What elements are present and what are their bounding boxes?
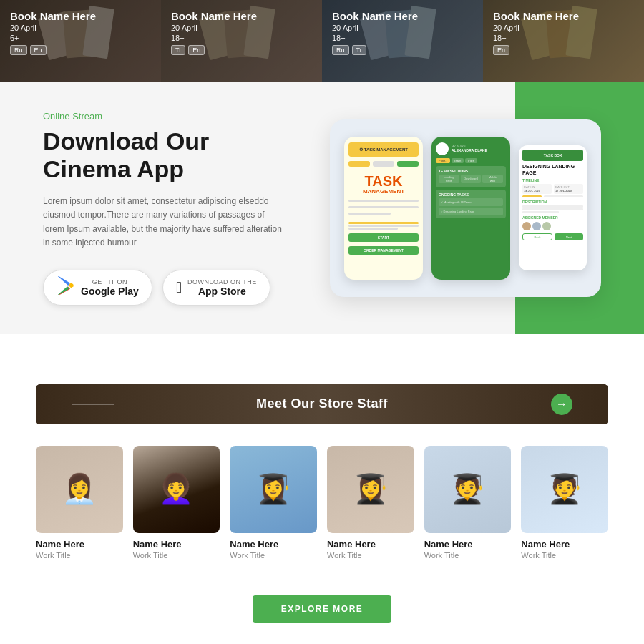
staff-card-2: 👩‍🦱Name HereWork Title [133, 446, 220, 560]
apple-icon:  [176, 278, 182, 297]
google-play-icon [57, 276, 75, 299]
book-title-3: Book Name Here [332, 10, 473, 22]
staff-photo-4: 👩‍🎓 [327, 446, 414, 533]
book-tag-En: En [30, 45, 47, 55]
cinema-left: Online Stream Download Our Cinema App Lo… [43, 111, 330, 306]
staff-title-5: Work Title [424, 551, 512, 560]
book-age-3: 18+ [332, 34, 473, 42]
staff-banner-arrow[interactable]: → [551, 394, 572, 415]
phone-g-cell3: MobileApp [482, 175, 503, 183]
staff-photo-inner-4: 👩‍🎓 [327, 446, 414, 533]
phone-g-cell2: Dashboard [461, 175, 482, 183]
book-tag-Ru: Ru [332, 45, 349, 55]
staff-card-5: 🧑‍🎓Name HereWork Title [424, 446, 512, 560]
phone-w-av1 [522, 222, 531, 230]
book-date-4: 20 April [493, 24, 634, 32]
staff-name-2: Name Here [133, 539, 220, 550]
phone-w-av2 [532, 222, 541, 230]
phone-g-avatar [436, 142, 449, 155]
phone-g-task2: ○ Designing Landing Page [441, 210, 501, 213]
phone-g-card: TEAM SECTIONS LandingPage Dashboard Mobi… [436, 166, 506, 187]
book-card-2[interactable]: Book Name Here20 April18+TrEn [161, 0, 322, 82]
phone-view-btn: ORDER MANAGEMENT [348, 246, 419, 255]
staff-photo-3: 👩‍🎓 [230, 446, 317, 533]
phone-y-btn: START [348, 233, 419, 242]
book-age-1: 6+ [10, 34, 151, 42]
phone-g-card2: ONGOING TASKS ✓ Meeting with UI Team ○ D… [436, 190, 506, 218]
staff-banner-line [72, 404, 114, 405]
book-card-4[interactable]: Book Name Here20 April18+En [483, 0, 644, 82]
google-play-name: Google Play [81, 286, 139, 298]
book-tag-Tr: Tr [171, 45, 185, 55]
phone-w-section3: ASSIGNED MEMBER [522, 215, 583, 220]
phone-w-avatars [522, 222, 583, 230]
phone-line3 [348, 213, 391, 215]
phone-w-next-btn: Next [555, 233, 583, 240]
staff-banner: Meet Our Store Staff → [36, 384, 608, 424]
phone-g-top: MY TASKS ALEXANDRA BLAKE [436, 142, 506, 155]
book-cards-section: Book Name Here20 April6+RuEnBook Name He… [0, 0, 644, 82]
phone-w-av3 [542, 222, 551, 230]
cinema-section: Online Stream Download Our Cinema App Lo… [0, 82, 644, 334]
phone-line1 [348, 200, 419, 202]
staff-photo-inner-2: 👩‍🦱 [133, 446, 220, 533]
staff-section: Meet Our Store Staff → 👩‍💼Name HereWork … [0, 356, 644, 581]
explore-more-button[interactable]: EXPLORE MORE [253, 595, 392, 623]
staff-grid: 👩‍💼Name HereWork Title👩‍🦱Name HereWork T… [36, 446, 608, 560]
phone-line2 [348, 206, 419, 208]
phone-y-header: ⚙ TASK MANAGEMENT [348, 142, 419, 157]
book-age-2: 18+ [171, 34, 312, 42]
app-store-sub: DOWNLOAD ON THE [187, 278, 257, 286]
app-store-text: DOWNLOAD ON THE App Store [187, 278, 257, 298]
book-tags-2: TrEn [171, 45, 312, 55]
book-card-3[interactable]: Book Name Here20 April18+RuTr [322, 0, 483, 82]
staff-photo-6: 🧑‍🎓 [521, 446, 608, 533]
phone-g-tab-3: Files [465, 158, 477, 163]
book-content-1: Book Name Here20 April6+RuEn [10, 10, 151, 55]
book-content-4: Book Name Here20 April18+En [493, 10, 634, 55]
cinema-description: Lorem ipsum dolor sit amet, consectetur … [43, 195, 286, 250]
google-play-button[interactable]: GET IT ON Google Play [43, 270, 152, 306]
phone-w-dates: DATE IN 14 JUL 2020 DATE OUT 17 JUL 2020 [522, 184, 583, 194]
book-title-4: Book Name Here [493, 10, 634, 22]
staff-name-6: Name Here [521, 539, 608, 550]
book-tags-1: RuEn [10, 45, 151, 55]
phone-g-row1: LandingPage Dashboard MobileApp [439, 175, 503, 183]
staff-title-4: Work Title [327, 551, 414, 560]
phone-mockup-container: ⚙ TASK MANAGEMENT TASK MANAGEMENT [330, 119, 601, 297]
phone-green: MY TASKS ALEXANDRA BLAKE Proje.. Team Fi… [431, 137, 510, 280]
staff-card-3: 👩‍🎓Name HereWork Title [230, 446, 317, 560]
book-tags-3: RuTr [332, 45, 473, 55]
google-play-sub: GET IT ON [81, 278, 139, 286]
phone-g-cell1: LandingPage [439, 175, 459, 183]
phone-w-back-btn: Back [522, 233, 552, 240]
phone-mgmt-label: MANAGEMENT [348, 188, 419, 195]
book-card-1[interactable]: Book Name Here20 April6+RuEn [0, 0, 161, 82]
phone-white: TASK BOX DESIGNING LANDING PAGE TIMELINE… [519, 145, 587, 270]
book-tag-En: En [188, 45, 205, 55]
staff-name-5: Name Here [424, 539, 512, 550]
phone-g-name: ALEXANDRA BLAKE [452, 148, 487, 152]
staff-card-1: 👩‍💼Name HereWork Title [36, 446, 123, 560]
staff-card-4: 👩‍🎓Name HereWork Title [327, 446, 414, 560]
google-play-text: GET IT ON Google Play [81, 278, 139, 298]
phone-w-section2: DESCRIPTION [522, 200, 583, 204]
phone-w-header: TASK BOX [522, 150, 583, 161]
book-date-2: 20 April [171, 24, 312, 32]
staff-photo-inner-6: 🧑‍🎓 [521, 446, 608, 533]
app-store-button[interactable]:  DOWNLOAD ON THE App Store [162, 270, 270, 306]
staff-title-2: Work Title [133, 551, 220, 560]
app-store-name: App Store [187, 286, 257, 298]
book-date-1: 20 April [10, 24, 151, 32]
cinema-title: Download Our Cinema App [43, 127, 301, 183]
phone-w-title: DESIGNING LANDING PAGE [522, 164, 583, 176]
book-title-1: Book Name Here [10, 10, 151, 22]
staff-name-1: Name Here [36, 539, 123, 550]
staff-title-3: Work Title [230, 551, 317, 560]
staff-banner-title: Meet Our Store Staff [256, 396, 388, 411]
phone-g-task1: ✓ Meeting with UI Team [441, 200, 501, 204]
staff-photo-inner-1: 👩‍💼 [36, 446, 123, 533]
phone-w-btns: Back Next [522, 233, 583, 240]
staff-title-6: Work Title [521, 551, 608, 560]
staff-photo-2: 👩‍🦱 [133, 446, 220, 533]
